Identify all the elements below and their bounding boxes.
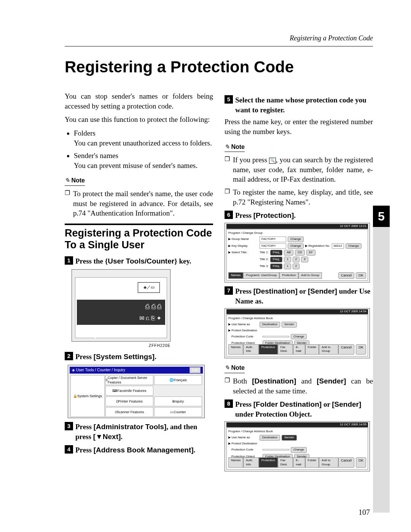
change-button[interactable]: Change: [346, 243, 362, 249]
title-num[interactable]: 1: [284, 257, 291, 262]
freq-button[interactable]: Freq.: [270, 264, 283, 269]
sender-toggle[interactable]: Sender: [282, 435, 297, 441]
title-num[interactable]: 2: [293, 264, 299, 269]
protection-tab[interactable]: Protection: [259, 344, 278, 355]
cancel-button[interactable]: Cancel: [338, 344, 354, 355]
select-title-label: ▶ Select Title:: [228, 251, 258, 255]
protection-button: [Protection]: [253, 211, 294, 219]
add-to-group-tab[interactable]: Add to Group: [298, 272, 322, 279]
use-name-as-screenshot: 12 OCT 2005 14:54 Program / Change Addre…: [225, 308, 370, 358]
screenshot-header: Program / Change Group: [228, 231, 366, 235]
add-to-group-tab[interactable]: Add to Group: [319, 457, 338, 468]
step-text: Press: [75, 353, 94, 361]
folder-tab[interactable]: Folder: [305, 344, 319, 355]
step-text: .: [155, 353, 156, 361]
bullet-body: You can prevent misuse of sender's names…: [74, 161, 198, 169]
protection-tab[interactable]: Protection: [259, 457, 278, 468]
use-name-as-label: ▶ Use Name as: [228, 436, 258, 440]
destination-button: [Destination]: [253, 287, 298, 295]
ok-button[interactable]: OK: [356, 272, 366, 279]
programd-tab[interactable]: Programd. User/Group: [243, 272, 279, 279]
auth-info-tab[interactable]: Auth. Info: [243, 457, 258, 468]
copier-features-cell[interactable]: ⎘ Copier / Document Server Features: [105, 375, 153, 385]
fax-dest-tab[interactable]: Fax Dest.: [278, 344, 293, 355]
next-button: [▼Next]: [93, 433, 121, 441]
note-list: If you press 🔍, you can search by the re…: [225, 155, 373, 207]
title-num[interactable]: 3: [301, 257, 308, 262]
fax-dest-tab[interactable]: Fax Dest.: [278, 457, 293, 468]
right-column: 5 Select the name whose protection code …: [225, 91, 373, 471]
title-num[interactable]: 2: [293, 257, 299, 262]
group-name-field: FACTORY: [260, 236, 286, 242]
title-num[interactable]: 1: [284, 264, 291, 269]
title-letter[interactable]: CD: [295, 250, 305, 256]
communicating-label: nicating: [79, 333, 97, 338]
freq-button[interactable]: Freq.: [270, 257, 283, 262]
step-text: Select the name whose protection code yo…: [235, 95, 373, 115]
names-tab[interactable]: Names: [228, 457, 243, 468]
exit-button[interactable]: Exit: [190, 367, 201, 373]
step-text: Press: [235, 287, 253, 295]
facsimile-features-cell[interactable]: ⌨ Facsimile Features: [105, 386, 153, 396]
step-5: 5 Select the name whose protection code …: [225, 95, 373, 115]
manual-page: Registering a Protection Code Registerin…: [0, 0, 411, 532]
counter-cell[interactable]: ▭ Counter: [154, 407, 202, 417]
freq-button[interactable]: Freq.: [270, 250, 283, 256]
step-1: 1 Press the {User Tools/Counter} key.: [65, 256, 213, 266]
title-letter[interactable]: AB: [284, 250, 293, 256]
destination-toggle[interactable]: Destination: [260, 322, 280, 328]
auth-info-tab[interactable]: Auth. Info: [243, 344, 258, 355]
system-settings-cell[interactable]: 🔒 System Settings: [70, 375, 105, 417]
scanner-features-cell[interactable]: ⎚ Scanner Features: [105, 407, 153, 417]
bullet-head: Folders: [74, 129, 96, 137]
title1-label: Title 1:: [260, 251, 269, 255]
bullet-body: You can prevent unauthorized access to f…: [74, 139, 212, 147]
step-3: 3 Press [Administrator Tools], and then …: [65, 422, 213, 441]
key-display-label: ▶ Key Display: [228, 244, 258, 248]
sender-toggle[interactable]: Sender: [282, 322, 297, 328]
title-letter[interactable]: EF: [306, 250, 315, 256]
change-button[interactable]: Change: [291, 447, 307, 453]
thumb-index-band: [373, 227, 390, 513]
ok-button[interactable]: OK: [356, 457, 366, 468]
names-tab[interactable]: Names: [228, 272, 243, 279]
step-text: .: [294, 211, 296, 219]
francais-cell[interactable]: 🌐 Français: [154, 375, 202, 385]
step-text: Press: [75, 423, 94, 431]
left-column: You can stop sender's names or folders b…: [65, 91, 213, 471]
header-rule: [65, 46, 373, 46]
step-text: under Protection Object.: [235, 410, 312, 418]
screenshot-datetime: 12 OCT 2005 12:21: [226, 224, 368, 229]
intro-paragraph-1: You can stop sender's names or folders b…: [65, 91, 213, 111]
step-text: Press the: [75, 257, 105, 265]
protection-tab[interactable]: Protection: [279, 272, 298, 279]
cancel-button[interactable]: Cancel: [338, 272, 354, 279]
protection-object-screenshot: 12 OCT 2005 14:55 Program / Change Addre…: [225, 421, 370, 471]
printer-features-cell[interactable]: ⎙ Printer Features: [105, 396, 153, 406]
email-tab[interactable]: E-mail: [293, 457, 305, 468]
protect-destination-label: ▶ Protect Destination: [228, 442, 258, 446]
program-change-group-screenshot: 12 OCT 2005 12:21 Program / Change Group…: [225, 223, 370, 283]
address-book-management-button: [Address Book Management]: [94, 446, 194, 454]
administrator-tools-button: [Administrator Tools]: [94, 423, 167, 431]
step-number-icon: 7: [225, 286, 233, 295]
bullet-senders: Sender's names You can prevent misuse of…: [74, 151, 213, 170]
ok-button[interactable]: OK: [356, 344, 366, 355]
add-to-group-tab[interactable]: Add to Group: [319, 344, 338, 355]
change-button[interactable]: Change: [288, 236, 304, 242]
cancel-button[interactable]: Cancel: [338, 457, 354, 468]
destination-toggle[interactable]: Destination: [260, 435, 280, 441]
change-button[interactable]: Change: [291, 334, 307, 340]
page-title: Registering a Protection Code: [65, 58, 373, 76]
step-number-icon: 8: [225, 399, 233, 408]
intro-paragraph-2: You can use this function to protect the…: [65, 115, 213, 125]
inquiry-cell[interactable]: ℹ Inquiry: [154, 396, 202, 406]
registration-no-field: 00012: [332, 243, 344, 249]
screenshot-title: ◈ User Tools / Counter / Inquiry: [72, 367, 125, 373]
email-tab[interactable]: E-mail: [293, 344, 305, 355]
change-button[interactable]: Change: [288, 243, 304, 249]
screenshot-header: Program / Change Address Book: [228, 316, 366, 321]
names-tab[interactable]: Names: [228, 344, 243, 355]
two-column-body: You can stop sender's names or folders b…: [65, 91, 373, 471]
folder-tab[interactable]: Folder: [305, 457, 319, 468]
